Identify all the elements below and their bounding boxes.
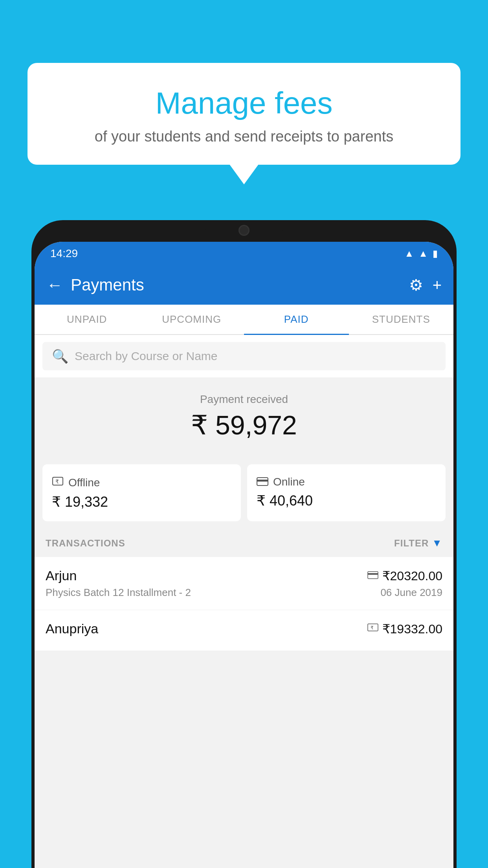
phone-frame: 14:29 ▲ ▲ ▮ ← Payments ⚙ + UNPAID — [31, 220, 457, 868]
signal-icon: ▲ — [418, 248, 428, 259]
status-time: 14:29 — [50, 247, 78, 260]
tab-upcoming[interactable]: UPCOMING — [139, 305, 244, 334]
online-card: Online ₹ 40,640 — [247, 464, 446, 521]
tab-unpaid[interactable]: UNPAID — [35, 305, 139, 334]
svg-rect-5 — [368, 573, 378, 575]
tooltip-card: Manage fees of your students and send re… — [28, 63, 460, 165]
transaction-top-arjun: Arjun ₹20320.00 — [46, 568, 442, 583]
search-icon: 🔍 — [52, 348, 68, 364]
offline-type: Offline — [68, 476, 100, 489]
tooltip-subtitle: of your students and send receipts to pa… — [47, 128, 441, 145]
payment-received-label: Payment received — [42, 393, 446, 406]
offline-card: ₹ Offline ₹ 19,332 — [42, 464, 241, 521]
amount-wrap: ₹ ₹19332.00 — [367, 622, 442, 636]
online-type: Online — [273, 476, 305, 488]
phone-screen: 14:29 ▲ ▲ ▮ ← Payments ⚙ + UNPAID — [35, 242, 453, 868]
transaction-date: 06 June 2019 — [380, 587, 442, 599]
table-row[interactable]: Arjun ₹20320.00 Physics Batch 12 Install… — [35, 557, 453, 610]
offline-icon: ₹ — [52, 475, 64, 490]
tabs-bar: UNPAID UPCOMING PAID STUDENTS — [35, 305, 453, 335]
search-box[interactable]: 🔍 Search by Course or Name — [42, 342, 446, 370]
card-icon — [367, 570, 378, 582]
online-card-header: Online — [257, 475, 436, 489]
payment-summary: Payment received ₹ 59,972 — [35, 377, 453, 464]
battery-icon: ▮ — [433, 248, 438, 259]
svg-rect-4 — [368, 572, 378, 579]
tab-paid[interactable]: PAID — [244, 305, 349, 334]
offline-amount: ₹ 19,332 — [52, 494, 231, 510]
transaction-name: Arjun — [46, 568, 77, 583]
svg-rect-3 — [257, 480, 268, 482]
camera — [238, 225, 250, 236]
transaction-course: Physics Batch 12 Installment - 2 — [46, 587, 191, 599]
amount-wrap: ₹20320.00 — [367, 568, 442, 583]
add-icon[interactable]: + — [433, 276, 442, 294]
app-bar: ← Payments ⚙ + — [35, 265, 453, 305]
svg-text:₹: ₹ — [55, 478, 59, 485]
settings-icon[interactable]: ⚙ — [409, 276, 423, 294]
tab-students[interactable]: STUDENTS — [349, 305, 454, 334]
page-title: Payments — [71, 276, 401, 294]
transactions-header: TRANSACTIONS FILTER ▼ — [35, 529, 453, 557]
offline-card-header: ₹ Offline — [52, 475, 231, 490]
filter-button[interactable]: FILTER ▼ — [394, 537, 442, 549]
filter-icon: ▼ — [432, 537, 442, 549]
search-input[interactable]: Search by Course or Name — [75, 349, 218, 363]
transaction-bottom-arjun: Physics Batch 12 Installment - 2 06 June… — [46, 587, 442, 599]
cash-icon: ₹ — [367, 623, 378, 635]
filter-label: FILTER — [394, 538, 429, 549]
transaction-amount: ₹20320.00 — [382, 568, 442, 583]
transaction-name: Anupriya — [46, 621, 98, 636]
app-bar-icons: ⚙ + — [409, 276, 442, 294]
payment-total: ₹ 59,972 — [42, 410, 446, 441]
status-icons: ▲ ▲ ▮ — [404, 248, 438, 259]
payment-cards: ₹ Offline ₹ 19,332 — [35, 464, 453, 529]
online-amount: ₹ 40,640 — [257, 493, 436, 509]
table-row[interactable]: Anupriya ₹ ₹19332.00 — [35, 610, 453, 651]
svg-text:₹: ₹ — [371, 625, 374, 631]
online-icon — [257, 475, 268, 489]
transaction-amount: ₹19332.00 — [382, 622, 442, 636]
search-container: 🔍 Search by Course or Name — [35, 335, 453, 377]
tooltip-title: Manage fees — [47, 86, 441, 120]
phone-notch — [205, 220, 283, 242]
transactions-label: TRANSACTIONS — [46, 538, 125, 549]
transaction-top-anupriya: Anupriya ₹ ₹19332.00 — [46, 621, 442, 636]
back-button[interactable]: ← — [46, 276, 63, 294]
wifi-icon: ▲ — [404, 248, 414, 259]
status-bar: 14:29 ▲ ▲ ▮ — [35, 242, 453, 265]
